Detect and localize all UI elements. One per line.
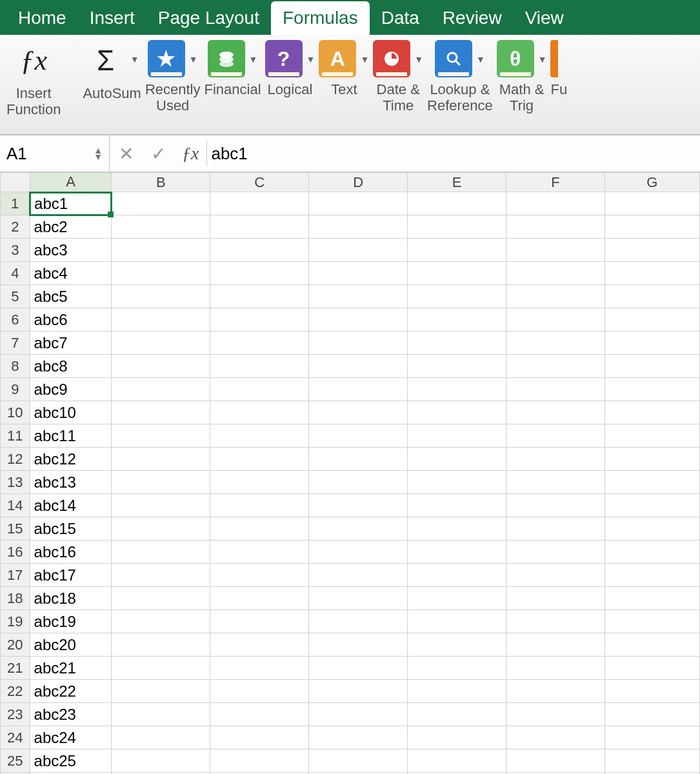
select-all-corner[interactable] <box>1 173 30 192</box>
cell[interactable] <box>210 517 309 541</box>
cell[interactable] <box>112 262 210 285</box>
row-header[interactable]: 17 <box>1 564 30 587</box>
column-header-e[interactable]: E <box>408 173 506 192</box>
tab-review[interactable]: Review <box>431 1 514 35</box>
cell[interactable] <box>408 401 506 424</box>
cell[interactable] <box>506 355 605 378</box>
cell[interactable] <box>309 378 408 401</box>
cell[interactable] <box>210 378 309 401</box>
cell[interactable] <box>309 308 408 332</box>
row-header[interactable]: 1 <box>1 192 30 215</box>
cell[interactable] <box>210 285 309 308</box>
cell[interactable] <box>408 262 506 285</box>
cell[interactable] <box>309 680 408 703</box>
cell[interactable]: abc17 <box>30 564 112 587</box>
cell[interactable] <box>408 424 506 448</box>
cell[interactable] <box>210 494 309 517</box>
cell[interactable] <box>112 564 210 587</box>
cell[interactable] <box>408 285 506 308</box>
row-header[interactable]: 14 <box>1 494 30 517</box>
cell[interactable] <box>112 355 210 378</box>
cell[interactable] <box>210 239 309 262</box>
cell[interactable] <box>112 332 210 355</box>
row-header[interactable]: 24 <box>1 726 30 749</box>
cell[interactable]: abc14 <box>30 494 112 517</box>
cell[interactable] <box>210 749 309 773</box>
cell[interactable] <box>309 401 408 424</box>
cell[interactable] <box>408 448 506 471</box>
cell[interactable] <box>112 192 210 215</box>
cell[interactable] <box>309 215 408 239</box>
column-header-f[interactable]: F <box>506 173 605 192</box>
cell[interactable] <box>506 587 605 610</box>
cell[interactable] <box>112 378 210 401</box>
row-header[interactable]: 10 <box>1 401 30 424</box>
name-box-stepper[interactable]: ▲▼ <box>94 147 103 160</box>
row-header[interactable]: 8 <box>1 355 30 378</box>
row-header[interactable]: 4 <box>1 262 30 285</box>
tab-insert[interactable]: Insert <box>78 1 146 35</box>
cell[interactable] <box>309 448 408 471</box>
cell[interactable] <box>309 424 408 448</box>
column-header-g[interactable]: G <box>605 173 699 192</box>
cell[interactable] <box>309 749 408 773</box>
cell[interactable] <box>408 378 506 401</box>
cell[interactable] <box>605 610 699 633</box>
cell[interactable] <box>210 633 309 657</box>
cell[interactable]: abc25 <box>30 749 112 773</box>
cell[interactable] <box>112 633 210 657</box>
cell[interactable] <box>605 587 699 610</box>
cell[interactable] <box>408 726 506 749</box>
cell[interactable] <box>309 657 408 680</box>
cell[interactable] <box>112 657 210 680</box>
cell[interactable] <box>605 448 699 471</box>
cancel-icon[interactable]: ✕ <box>110 143 142 164</box>
cell[interactable] <box>605 239 699 262</box>
fx-icon[interactable]: ƒx <box>174 143 206 164</box>
cell[interactable] <box>506 448 605 471</box>
cell[interactable] <box>408 680 506 703</box>
cell[interactable]: abc3 <box>30 239 112 262</box>
row-header[interactable]: 13 <box>1 471 30 494</box>
cell[interactable] <box>309 494 408 517</box>
cell[interactable] <box>112 308 210 332</box>
cell[interactable] <box>112 494 210 517</box>
cell[interactable] <box>408 471 506 494</box>
cell[interactable] <box>506 262 605 285</box>
row-header[interactable]: 22 <box>1 680 30 703</box>
cell[interactable] <box>408 517 506 541</box>
cell[interactable] <box>112 610 210 633</box>
cell[interactable] <box>309 610 408 633</box>
cell[interactable]: abc6 <box>30 308 112 332</box>
lookup-reference-button[interactable]: ▼ Lookup & Reference <box>427 40 493 130</box>
cell[interactable] <box>112 448 210 471</box>
cell[interactable] <box>112 749 210 773</box>
cell[interactable] <box>112 239 210 262</box>
tab-formulas[interactable]: Formulas <box>271 1 370 35</box>
cell[interactable]: abc12 <box>30 448 112 471</box>
tab-page-layout[interactable]: Page Layout <box>146 1 271 35</box>
cell[interactable] <box>506 332 605 355</box>
cell[interactable] <box>309 262 408 285</box>
cell[interactable] <box>605 332 699 355</box>
row-header[interactable]: 18 <box>1 587 30 610</box>
cell[interactable] <box>210 355 309 378</box>
cell[interactable] <box>408 192 506 215</box>
cell[interactable]: abc21 <box>30 657 112 680</box>
cell[interactable] <box>210 541 309 564</box>
cell[interactable]: abc18 <box>30 587 112 610</box>
cell[interactable] <box>309 517 408 541</box>
cell[interactable] <box>506 215 605 239</box>
cell[interactable] <box>210 471 309 494</box>
cell[interactable] <box>605 703 699 726</box>
cell[interactable] <box>605 424 699 448</box>
cell[interactable] <box>506 564 605 587</box>
cell[interactable]: abc2 <box>30 215 112 239</box>
recently-used-button[interactable]: ★ ▼ Recently Used <box>145 40 201 130</box>
cell[interactable] <box>112 587 210 610</box>
row-header[interactable]: 9 <box>1 378 30 401</box>
cell[interactable]: abc9 <box>30 378 112 401</box>
dropdown-icon[interactable]: ▼ <box>414 40 423 64</box>
cell[interactable] <box>210 192 309 215</box>
tab-data[interactable]: Data <box>370 1 431 35</box>
